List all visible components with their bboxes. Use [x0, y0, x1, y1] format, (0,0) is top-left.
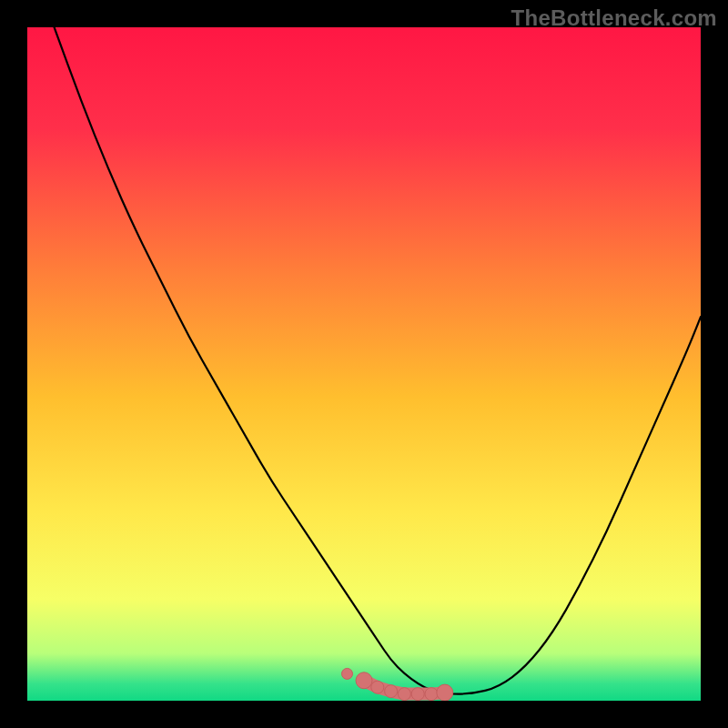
gradient-rect: [27, 27, 701, 701]
marker-dot: [437, 684, 453, 701]
marker-dot: [425, 688, 438, 701]
marker-dot: [398, 688, 410, 701]
chart-svg: [27, 27, 701, 701]
marker-dot: [385, 685, 398, 698]
marker-dot: [411, 688, 424, 701]
marker-dot: [342, 668, 353, 679]
chart-frame: TheBottleneck.com: [0, 0, 728, 728]
watermark-text: TheBottleneck.com: [511, 5, 717, 31]
plot-area: [27, 27, 701, 701]
marker-dot: [371, 681, 384, 693]
marker-dot: [356, 672, 372, 689]
